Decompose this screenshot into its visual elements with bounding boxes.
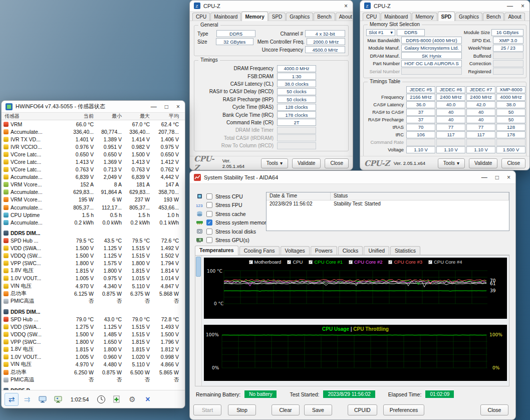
cpuz-memory-titlebar[interactable]: Z CPU-Z ×: [190, 1, 353, 12]
sensor-row[interactable]: 1.0V VOUT...1.005 V0.975 V1.015 V1.014 V: [2, 275, 185, 282]
aida64-titlebar[interactable]: System Stability Test - AIDA64 — □ ×: [190, 171, 515, 184]
cpuz-memory-tab-mainboard[interactable]: Mainboard: [210, 13, 241, 21]
checkbox-stress-gpu-s[interactable]: [206, 237, 212, 243]
sensor-row[interactable]: VIN 电压4.970 V4.340 V5.110 V4.847 V: [2, 282, 185, 290]
aida-tab-voltages[interactable]: Voltages: [281, 246, 310, 255]
sensor-row[interactable]: VPP (SWC...1.800 V1.575 V1.800 V1.794 V: [2, 260, 185, 267]
checkbox-stress-cpu[interactable]: [206, 193, 212, 199]
column-avg[interactable]: 平均: [154, 113, 183, 120]
sensor-row[interactable]: Accumulate...629,83...91,864 A629,83...3…: [2, 188, 185, 196]
validate-button[interactable]: Validate: [469, 158, 497, 168]
maximize-icon[interactable]: □: [495, 174, 499, 180]
sensor-row[interactable]: VRM66.0 °C67.0 °C62.4 °C: [2, 120, 185, 128]
slot-select-dropdown[interactable]: Slot #1▾: [366, 29, 395, 36]
sensor-table-header[interactable]: 传感器 当前 最小 最大 平均: [2, 113, 185, 120]
aida-tab-clocks[interactable]: Clocks: [338, 246, 363, 255]
cpuz-memory-tab-memory[interactable]: Memory: [241, 12, 268, 21]
sensor-row[interactable]: SPD Hub ...79.5 °C43.5 °C79.5 °C72.6 °C: [2, 237, 185, 244]
monitor-graph-icon[interactable]: [36, 393, 50, 406]
stop-button[interactable]: Stop: [228, 404, 256, 415]
close-button[interactable]: Close: [501, 158, 525, 168]
cpuz-spd-tab-cpu[interactable]: CPU: [363, 13, 380, 21]
minimize-icon[interactable]: —: [481, 174, 487, 180]
sensor-row[interactable]: VRM Vcore...152 A8 A181 A147 A: [2, 181, 185, 188]
column-min[interactable]: 最小: [98, 113, 126, 120]
close-button[interactable]: Close: [325, 158, 349, 168]
close-icon[interactable]: ×: [521, 3, 524, 9]
sensor-row[interactable]: Accumulate...805,37...112,17...805,37...…: [2, 203, 185, 211]
cpuz-memory-tab-about[interactable]: About: [336, 13, 353, 21]
sensor-group-header[interactable]: DDR5 D...: [2, 386, 185, 390]
sensor-row[interactable]: 总功率6.250 W0.875 W6.500 W5.865 W: [2, 368, 185, 376]
sensor-row[interactable]: IVR VCCIO...0.976 V0.951 V0.982 V0.975 V: [2, 143, 185, 150]
sensor-group-header[interactable]: DDR5 DIM...: [2, 229, 185, 237]
tools-button[interactable]: Tools▾: [438, 158, 465, 168]
save-button[interactable]: Save: [304, 404, 332, 415]
aida-tab-statistics[interactable]: Statistics: [390, 246, 420, 255]
legend-checkbox[interactable]: ✓: [428, 260, 432, 264]
graphs-scrollbar[interactable]: [195, 256, 202, 386]
cpuz-memory-tab-cpu[interactable]: CPU: [192, 13, 210, 21]
aida-tab-cooling-fans[interactable]: Cooling Fans: [239, 246, 280, 255]
column-max[interactable]: 最大: [126, 113, 154, 120]
sensor-row[interactable]: VRM Vcore...195 W6 W237 W193 W: [2, 196, 185, 203]
column-sensor[interactable]: 传感器: [2, 113, 66, 120]
remote-monitor-icon[interactable]: [51, 393, 65, 406]
start-button[interactable]: Start: [193, 404, 221, 415]
exit-icon[interactable]: ×: [141, 393, 155, 406]
sensor-group-header[interactable]: DDR5 DIM...: [2, 308, 185, 315]
preferences-button[interactable]: Preferences: [383, 404, 425, 415]
cpuz-memory-tab-graphics[interactable]: Graphics: [286, 13, 313, 21]
cpuz-spd-tab-graphics[interactable]: Graphics: [455, 13, 482, 21]
cpuz-memory-tab-spd[interactable]: SPD: [269, 13, 286, 21]
column-current[interactable]: 当前: [66, 113, 98, 120]
maximize-icon[interactable]: □: [165, 104, 168, 110]
close-icon[interactable]: ×: [344, 3, 348, 9]
sensor-row[interactable]: PMIC高温否否否否: [2, 376, 185, 383]
cpuz-spd-tab-about[interactable]: About: [504, 13, 524, 21]
sensor-row[interactable]: 1.8V 电压1.815 V1.800 V1.815 V1.814 V: [2, 267, 185, 275]
sensor-row[interactable]: Accumulate...0.2 kWh0.0 kWh0.2 kWh0.1 kW…: [2, 219, 185, 226]
sensor-row[interactable]: SPD Hub ...79.0 °C43.0 °C79.0 °C72.8 °C: [2, 315, 185, 323]
clear-button[interactable]: Clear: [272, 404, 300, 415]
sensor-row[interactable]: VDD (SWA...1.500 V1.125 V1.515 V1.492 V: [2, 245, 185, 252]
checkbox-stress-local-disks[interactable]: [206, 229, 212, 235]
aida-tab-temperatures[interactable]: Temperatures: [195, 246, 238, 255]
sensor-row[interactable]: VDD (SWA...1.275 V1.125 V1.515 V1.493 V: [2, 323, 185, 330]
test-log-listbox[interactable]: Date & Time Status 2023/8/29 11:56:02 St…: [266, 192, 509, 231]
legend-checkbox[interactable]: ✓: [349, 260, 353, 264]
aida-tab-unified[interactable]: Unified: [364, 246, 389, 255]
validate-button[interactable]: Validate: [292, 158, 321, 168]
minimize-icon[interactable]: —: [151, 104, 157, 110]
sensor-row[interactable]: Accumulate...336,40...80,774...336,40...…: [2, 128, 185, 135]
cpuz-spd-tab-mainboard[interactable]: Mainboard: [381, 13, 411, 21]
minimize-icon[interactable]: —: [507, 3, 513, 9]
aida-tab-powers[interactable]: Powers: [311, 246, 337, 255]
cpuz-spd-tab-bench[interactable]: Bench: [483, 13, 504, 21]
tools-button[interactable]: Tools▾: [261, 158, 288, 168]
sensor-row[interactable]: 1.0V VOUT...1.005 V0.960 V1.020 V0.998 V: [2, 353, 185, 361]
scrollbar-thumb[interactable]: [196, 257, 201, 277]
sensor-row[interactable]: VCore Latc...0.650 V0.650 V1.500 V0.650 …: [2, 150, 185, 158]
cpuid-button[interactable]: CPUID: [348, 404, 377, 415]
sensor-row[interactable]: VDDQ (SW...1.500 V1.125 V1.515 V1.502 V: [2, 252, 185, 260]
close-icon[interactable]: ×: [507, 174, 510, 180]
sensor-row[interactable]: VDDQ (SW...1.500 V1.485 V1.515 V1.500 V: [2, 331, 185, 338]
clock-icon[interactable]: [94, 393, 108, 406]
close-icon[interactable]: ×: [176, 104, 180, 110]
forward-arrows-icon[interactable]: ⇉: [20, 393, 34, 406]
cpuz-spd-tab-memory[interactable]: Memory: [412, 13, 437, 21]
legend-checkbox[interactable]: ✓: [249, 260, 253, 264]
sensor-row[interactable]: 总功率6.125 W0.875 W6.375 W5.868 W: [2, 290, 185, 297]
sensor-row[interactable]: PMIC高温否否否否: [2, 297, 185, 305]
close-button[interactable]: Close: [480, 404, 508, 415]
log-row[interactable]: 2023/8/29 11:56:02 Stability Test: Start…: [267, 200, 509, 208]
sensor-row[interactable]: VIN 电压4.970 V4.480 V5.110 V4.866 V: [2, 361, 185, 368]
checkbox-stress-system-memory[interactable]: ✓: [206, 220, 212, 226]
sensor-row[interactable]: IVR TX VD...1.401 V1.389 V1.414 V1.406 V: [2, 135, 185, 143]
sensor-row[interactable]: VCore Latc...1.413 V1.369 V1.413 V1.412 …: [2, 158, 185, 165]
legend-checkbox[interactable]: ✓: [388, 260, 392, 264]
log-column-datetime[interactable]: Date & Time: [267, 192, 331, 200]
settings-gear-icon[interactable]: ⚙: [125, 393, 139, 406]
cpuz-spd-titlebar[interactable]: Z CPU-Z — ×: [360, 1, 529, 12]
